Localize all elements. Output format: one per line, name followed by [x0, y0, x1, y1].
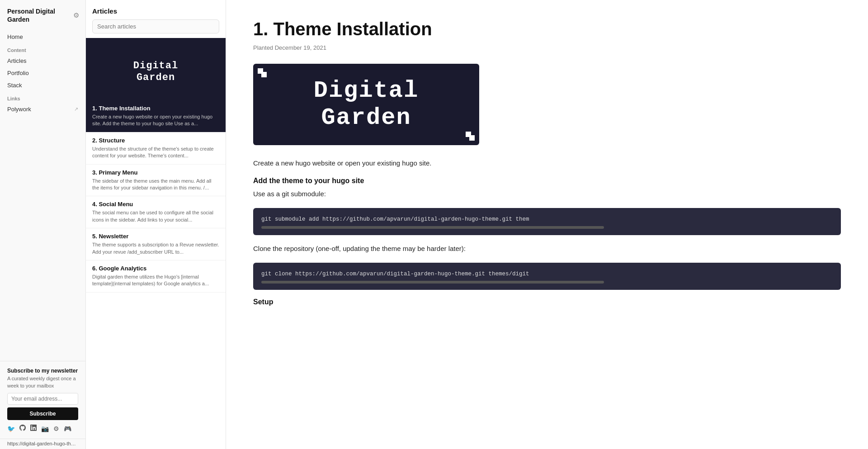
hero-pixel-logo: Digital Garden: [314, 77, 419, 132]
code-1: git submodule add https://github.com/apv…: [261, 216, 529, 222]
search-input[interactable]: [92, 19, 219, 33]
articles-panel-title: Articles: [92, 7, 219, 15]
email-input[interactable]: [7, 393, 78, 405]
linkedin-icon[interactable]: [30, 425, 37, 432]
articles-panel: Articles DigitalGarden 1. Theme Installa…: [86, 0, 226, 449]
article-thumbnail-1: DigitalGarden: [92, 43, 219, 101]
article-item-3[interactable]: 3. Primary Menu The sidebar of the theme…: [86, 165, 226, 197]
article-title-6: 6. Google Analytics: [92, 265, 219, 272]
article-title-1: 1. Theme Installation: [92, 105, 219, 112]
corner-decoration-tl: [258, 68, 267, 77]
newsletter-description: A curated weekly digest once a week to y…: [7, 375, 78, 389]
article-desc-5: The theme supports a subscription to a R…: [92, 241, 219, 255]
code-2: git clone https://github.com/apvarun/dig…: [261, 271, 529, 277]
sidebar-item-articles[interactable]: Articles: [0, 55, 85, 67]
article-desc-3: The sidebar of the theme uses the main m…: [92, 178, 219, 192]
external-link-icon: ↗: [74, 106, 78, 112]
gear-icon[interactable]: ⚙: [53, 425, 59, 432]
article-item-4[interactable]: 4. Social Menu The social menu can be us…: [86, 196, 226, 228]
sidebar-header: Personal Digital Garden ⚙: [0, 7, 85, 31]
article-main-title: 1. Theme Installation: [253, 18, 841, 40]
article-meta: Planted December 19, 2021: [253, 44, 841, 51]
sidebar-section-content: Content: [0, 43, 85, 55]
section2-heading: Setup: [253, 298, 841, 306]
article-item-5[interactable]: 5. Newsletter The theme supports a subsc…: [86, 228, 226, 260]
article-desc-4: The social menu can be used to configure…: [92, 209, 219, 223]
sidebar-bottom: Subscribe to my newsletter A curated wee…: [0, 361, 85, 439]
subscribe-button[interactable]: Subscribe: [7, 407, 78, 420]
settings-icon[interactable]: ⚙: [73, 11, 79, 19]
article-item-1[interactable]: DigitalGarden 1. Theme Installation Crea…: [86, 38, 226, 132]
sidebar-item-stack[interactable]: Stack: [0, 79, 85, 91]
status-bar: https://digital-garden-hugo-theme.vercel…: [0, 439, 85, 449]
sidebar-item-portfolio[interactable]: Portfolio: [0, 67, 85, 79]
sidebar-item-home[interactable]: Home: [0, 31, 85, 43]
articles-label: Articles: [7, 57, 27, 64]
polywork-label: Polywork: [7, 106, 31, 113]
article-title-4: 4. Social Menu: [92, 201, 219, 208]
game-icon[interactable]: 🎮: [64, 425, 71, 432]
social-icons-row: 🐦 📷 ⚙ 🎮: [7, 425, 78, 432]
article-item-2[interactable]: 2. Structure Understand the structure of…: [86, 132, 226, 165]
sidebar-title: Personal Digital Garden: [7, 7, 55, 24]
code-scrollbar-1[interactable]: [261, 226, 604, 229]
corner-decoration-br: [466, 132, 475, 141]
code-block-1: git submodule add https://github.com/apv…: [253, 208, 841, 235]
article-hero-image: Digital Garden: [253, 64, 479, 145]
sidebar-item-polywork[interactable]: Polywork ↗: [0, 103, 85, 115]
article-desc-1: Create a new hugo website or open your e…: [92, 113, 219, 128]
newsletter-title: Subscribe to my newsletter: [7, 368, 78, 374]
article-item-6[interactable]: 6. Google Analytics Digital garden theme…: [86, 260, 226, 293]
sidebar-nav: Home Content Articles Portfolio Stack Li…: [0, 31, 85, 361]
instagram-icon[interactable]: 📷: [41, 425, 49, 432]
sidebar-section-links: Links: [0, 91, 85, 103]
pixel-logo-thumbnail: DigitalGarden: [133, 60, 178, 84]
paragraph-2: Clone the repository (one-off, updating …: [253, 243, 841, 255]
code-block-2: git clone https://github.com/apvarun/dig…: [253, 263, 841, 290]
code-scrollbar-2[interactable]: [261, 281, 604, 284]
article-title-3: 3. Primary Menu: [92, 169, 219, 176]
article-desc-2: Understand the structure of the theme's …: [92, 146, 219, 160]
article-title-2: 2. Structure: [92, 137, 219, 144]
main-content: 1. Theme Installation Planted December 1…: [226, 0, 868, 449]
portfolio-label: Portfolio: [7, 70, 29, 76]
github-icon[interactable]: [19, 425, 26, 432]
body-paragraph-1: Create a new hugo website or open your e…: [253, 158, 841, 169]
article-desc-6: Digital garden theme utilizes the Hugo's…: [92, 274, 219, 288]
article-title-5: 5. Newsletter: [92, 233, 219, 240]
articles-list: DigitalGarden 1. Theme Installation Crea…: [86, 38, 226, 449]
section1-text: Use as a git submodule:: [253, 189, 841, 200]
sidebar: Personal Digital Garden ⚙ Home Content A…: [0, 0, 86, 449]
section1-heading: Add the theme to your hugo site: [253, 177, 841, 185]
home-label: Home: [7, 33, 23, 40]
twitter-icon[interactable]: 🐦: [7, 425, 15, 432]
article-body: Create a new hugo website or open your e…: [253, 158, 841, 306]
articles-header: Articles: [86, 0, 226, 38]
stack-label: Stack: [7, 82, 22, 89]
